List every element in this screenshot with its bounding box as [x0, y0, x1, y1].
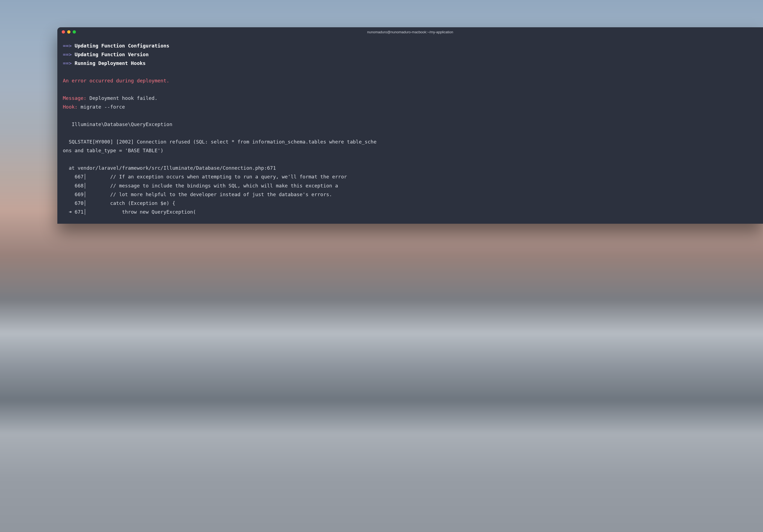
step-label: Running Deployment Hooks	[74, 60, 146, 66]
arrow-icon: ==>	[63, 51, 72, 57]
window-title: nunomaduro@nunomaduro-macbook:~/my-appli…	[57, 30, 763, 34]
code-line: 668│ // message to include the bindings …	[63, 181, 758, 190]
arrow-icon: ==>	[63, 60, 72, 66]
blank-line	[63, 68, 758, 76]
step-line: ==> Running Deployment Hooks	[63, 59, 758, 68]
close-icon[interactable]	[62, 30, 65, 34]
titlebar[interactable]: nunomaduro@nunomaduro-macbook:~/my-appli…	[57, 27, 763, 37]
blank-line	[63, 155, 758, 164]
step-label: Updating Function Configurations	[74, 43, 169, 48]
hook-line: Hook: migrate --force	[63, 103, 758, 111]
code-line: 669│ // lot more helpful to the develope…	[63, 190, 758, 199]
stack-location: at vendor/laravel/framework/src/Illumina…	[63, 164, 758, 172]
step-label: Updating Function Version	[74, 51, 149, 57]
exception-class: Illuminate\Database\QueryException	[63, 120, 758, 129]
sql-error: SQLSTATE[HY000] [2002] Connection refuse…	[63, 137, 758, 146]
blank-line	[63, 85, 758, 94]
terminal-output[interactable]: ==> Updating Function Configurations==> …	[57, 37, 763, 222]
hook-value: migrate --force	[77, 104, 125, 110]
arrow-icon: ==>	[63, 43, 72, 48]
blank-line	[63, 129, 758, 137]
message-label: Message:	[63, 95, 86, 101]
maximize-icon[interactable]	[73, 30, 76, 34]
step-line: ==> Updating Function Version	[63, 50, 758, 59]
blank-line	[63, 111, 758, 120]
code-line: 670│ catch (Exception $e) {	[63, 199, 758, 208]
minimize-icon[interactable]	[67, 30, 70, 34]
code-line-current: ➜ 671│ throw new QueryException(	[63, 208, 758, 216]
message-line: Message: Deployment hook failed.	[63, 94, 758, 103]
hook-label: Hook:	[63, 104, 77, 110]
error-summary: An error occurred during deployment.	[63, 76, 758, 85]
message-value: Deployment hook failed.	[86, 95, 158, 101]
step-line: ==> Updating Function Configurations	[63, 42, 758, 50]
traffic-lights	[57, 30, 76, 34]
sql-error-cont: ons and table_type = 'BASE TABLE')	[63, 146, 758, 155]
terminal-window: nunomaduro@nunomaduro-macbook:~/my-appli…	[57, 27, 763, 224]
code-line: 667│ // If an exception occurs when atte…	[63, 172, 758, 181]
